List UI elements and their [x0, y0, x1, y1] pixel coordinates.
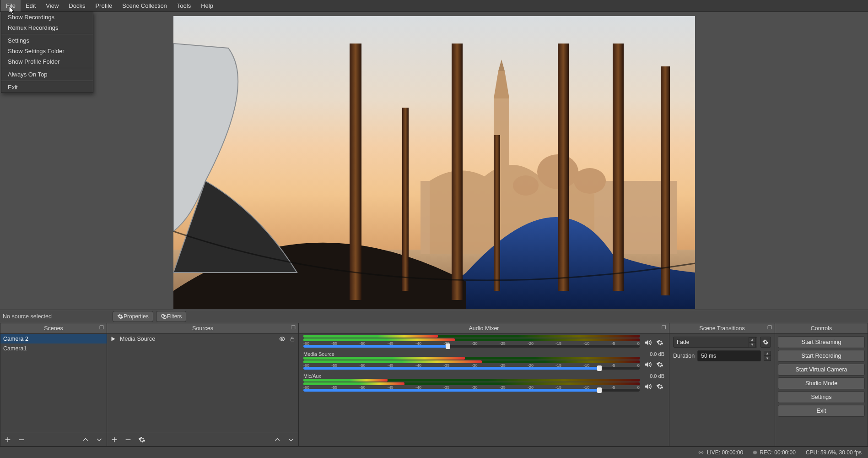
slider-thumb[interactable]	[446, 344, 450, 349]
menu-edit[interactable]: Edit	[21, 0, 41, 11]
track-settings-icon[interactable]	[655, 382, 664, 391]
svg-rect-11	[452, 44, 463, 300]
transition-settings-button[interactable]	[760, 337, 771, 348]
scene-transitions-header: Scene Transitions	[699, 325, 744, 332]
controls-panel: Controls Start Streaming Start Recording…	[775, 323, 868, 447]
file-show-recordings[interactable]: Show Recordings	[1, 12, 93, 22]
svg-point-4	[574, 168, 606, 194]
audio-mixer-panel: Audio Mixer❐ -60-55-50-45-40-35-30-25-20…	[299, 323, 669, 447]
track-settings-icon[interactable]	[655, 360, 664, 369]
scene-transitions-panel: Scene Transitions❐ Fade ▲▼ Duration 50 m…	[669, 323, 775, 447]
speaker-icon[interactable]	[643, 338, 652, 347]
filters-label: Filters	[167, 313, 182, 320]
filters-button[interactable]: Filters	[156, 311, 187, 322]
add-scene-button[interactable]	[3, 435, 12, 444]
settings-button[interactable]: Settings	[778, 391, 865, 403]
source-down-button[interactable]	[286, 435, 296, 444]
source-up-button[interactable]	[273, 435, 282, 444]
scene-item[interactable]: Camera1	[0, 344, 107, 353]
track-db: 0.0 dB	[650, 351, 664, 357]
menu-docks[interactable]: Docks	[64, 0, 90, 11]
chevron-down-icon[interactable]: ▼	[764, 356, 771, 361]
scenes-header: Scenes	[44, 325, 63, 332]
studio-mode-button[interactable]: Studio Mode	[778, 377, 865, 389]
sources-list[interactable]: Media Source	[107, 334, 298, 433]
audio-meter: -60-55-50-45-40-35-30-25-20-15-10-50	[303, 357, 640, 372]
menu-bar: File Edit View Docks Profile Scene Colle…	[0, 0, 868, 12]
sources-panel: Sources❐ Media Source	[107, 323, 299, 447]
transition-select[interactable]: Fade ▲▼	[673, 337, 757, 348]
visibility-icon[interactable]	[279, 336, 286, 342]
scenes-list[interactable]: Camera 2 Camera1	[0, 334, 107, 433]
audio-track: -60-55-50-45-40-35-30-25-20-15-10-50	[303, 335, 664, 350]
file-remux-recordings[interactable]: Remux Recordings	[1, 22, 93, 33]
play-icon	[110, 336, 116, 342]
source-item[interactable]: Media Source	[107, 334, 298, 344]
preview-area	[0, 12, 868, 310]
filters-icon	[161, 313, 167, 320]
add-source-button[interactable]	[110, 435, 119, 444]
source-item-label: Media Source	[120, 336, 155, 342]
menu-tools[interactable]: Tools	[172, 0, 196, 11]
source-settings-button[interactable]	[137, 435, 146, 444]
file-exit[interactable]: Exit	[1, 82, 93, 93]
sources-header: Sources	[192, 325, 213, 332]
start-virtual-camera-button[interactable]: Start Virtual Camera	[778, 364, 865, 376]
start-recording-button[interactable]: Start Recording	[778, 350, 865, 362]
exit-button[interactable]: Exit	[778, 405, 865, 417]
properties-label: Properties	[124, 313, 149, 320]
broadcast-icon	[698, 449, 704, 456]
popout-icon[interactable]: ❐	[767, 325, 772, 331]
menu-profile[interactable]: Profile	[90, 0, 117, 11]
menu-help[interactable]: Help	[196, 0, 218, 11]
rec-dot-icon	[753, 451, 757, 454]
popout-icon[interactable]: ❐	[662, 325, 666, 331]
lock-icon[interactable]	[289, 336, 296, 342]
speaker-icon[interactable]	[643, 360, 652, 369]
chevron-up-icon[interactable]: ▲	[749, 337, 756, 342]
popout-icon[interactable]: ❐	[291, 325, 296, 331]
chevron-up-icon[interactable]: ▲	[764, 351, 771, 356]
audio-track: Media Source0.0 dB-60-55-50-45-40-35-30-…	[303, 351, 664, 372]
cpu-status: CPU: 59.6%, 30.00 fps	[806, 449, 862, 456]
file-show-profile-folder[interactable]: Show Profile Folder	[1, 56, 93, 67]
scene-up-button[interactable]	[81, 435, 90, 444]
status-bar: LIVE: 00:00:00 REC: 00:00:00 CPU: 59.6%,…	[0, 447, 868, 458]
live-status: LIVE: 00:00:00	[698, 449, 743, 456]
scene-down-button[interactable]	[95, 435, 104, 444]
menu-view[interactable]: View	[41, 0, 64, 11]
duration-input[interactable]: 50 ms	[697, 350, 761, 361]
lower-panels: Scenes❐ Camera 2 Camera1 Sources❐ Media …	[0, 323, 868, 447]
preview-canvas[interactable]	[173, 16, 695, 309]
slider-thumb[interactable]	[597, 365, 602, 371]
source-status-row: No source selected Properties Filters	[0, 310, 868, 323]
track-label: Mic/Aux	[303, 373, 321, 379]
audio-track: Mic/Aux0.0 dB-60-55-50-45-40-35-30-25-20…	[303, 373, 664, 394]
speaker-icon[interactable]	[643, 382, 652, 391]
svg-point-5	[513, 175, 539, 196]
file-settings[interactable]: Settings	[1, 35, 93, 46]
svg-rect-14	[613, 44, 624, 291]
svg-rect-15	[661, 66, 670, 295]
chevron-down-icon[interactable]: ▼	[749, 342, 756, 347]
popout-icon[interactable]: ❐	[99, 325, 104, 331]
track-label: Media Source	[303, 351, 334, 357]
remove-source-button[interactable]	[124, 435, 133, 444]
svg-rect-9	[350, 44, 361, 300]
start-streaming-button[interactable]: Start Streaming	[778, 336, 865, 348]
file-always-on-top[interactable]: Always On Top	[1, 69, 93, 80]
svg-rect-12	[494, 135, 500, 291]
track-settings-icon[interactable]	[655, 338, 664, 347]
audio-mixer-header: Audio Mixer	[469, 325, 499, 332]
menu-scene-collection[interactable]: Scene Collection	[117, 0, 172, 11]
audio-meter: -60-55-50-45-40-35-30-25-20-15-10-50	[303, 379, 640, 394]
file-show-settings-folder[interactable]: Show Settings Folder	[1, 46, 93, 56]
svg-rect-10	[402, 108, 409, 291]
remove-scene-button[interactable]	[17, 435, 26, 444]
properties-button[interactable]: Properties	[113, 311, 153, 322]
audio-mixer-body: -60-55-50-45-40-35-30-25-20-15-10-50Medi…	[299, 334, 669, 446]
slider-thumb[interactable]	[597, 387, 602, 393]
track-db: 0.0 dB	[650, 373, 664, 379]
menu-file[interactable]: File	[1, 0, 21, 11]
scene-item[interactable]: Camera 2	[0, 334, 107, 344]
